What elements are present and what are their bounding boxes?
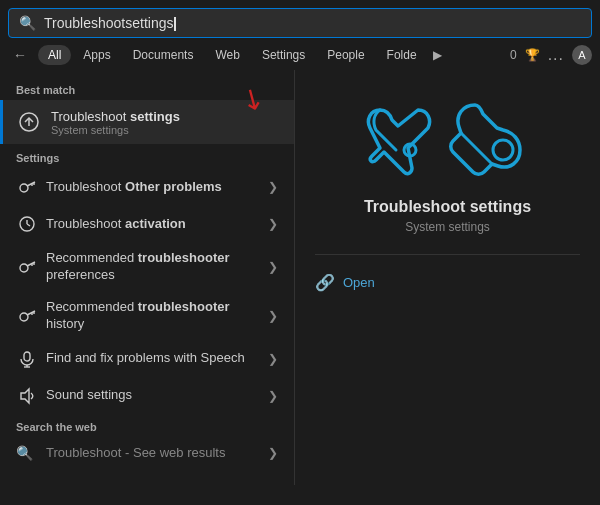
list-item-text-4: Recommended troubleshooter history bbox=[46, 299, 268, 333]
chevron-icon-3: ❯ bbox=[268, 260, 278, 274]
list-item-text-6: Sound settings bbox=[46, 387, 268, 404]
key-icon-1 bbox=[16, 176, 38, 198]
open-icon: 🔗 bbox=[315, 273, 335, 292]
right-subtitle: System settings bbox=[405, 220, 490, 234]
open-button[interactable]: 🔗 Open bbox=[315, 269, 375, 296]
nav-trophy-icon: 🏆 bbox=[525, 48, 540, 62]
key-icon-4 bbox=[16, 305, 38, 327]
right-icon-wrap bbox=[360, 100, 534, 184]
list-item-text-2: Troubleshoot activation bbox=[46, 216, 268, 233]
tab-apps[interactable]: Apps bbox=[73, 45, 120, 65]
back-button[interactable]: ← bbox=[8, 44, 32, 66]
item1-bold: Other problems bbox=[125, 179, 222, 194]
main-layout: Best match Troubleshoot settings System … bbox=[0, 70, 600, 485]
right-panel: Troubleshoot settings System settings 🔗 … bbox=[295, 70, 600, 485]
search-cursor bbox=[174, 17, 176, 31]
search-input[interactable]: Troubleshootsettings bbox=[44, 15, 581, 31]
svg-point-22 bbox=[493, 140, 513, 160]
settings-section-label: Settings bbox=[0, 146, 294, 168]
item5-prefix: Find and fix problems with Speech bbox=[46, 350, 245, 365]
svg-point-13 bbox=[20, 313, 28, 321]
list-item-speech[interactable]: Find and fix problems with Speech ❯ bbox=[4, 341, 290, 377]
web-search-icon: 🔍 bbox=[16, 445, 38, 461]
list-item-recommended-history[interactable]: Recommended troubleshooter history ❯ bbox=[4, 292, 290, 340]
list-item-recommended-pref[interactable]: Recommended troubleshooter preferences ❯ bbox=[4, 243, 290, 291]
chevron-icon-4: ❯ bbox=[268, 309, 278, 323]
item3-bold: troubleshooter bbox=[138, 250, 230, 265]
item3-suffix: preferences bbox=[46, 267, 115, 282]
clock-icon-2 bbox=[16, 213, 38, 235]
nav-right: 0 🏆 ... A bbox=[510, 45, 592, 65]
list-item-text-1: Troubleshoot Other problems bbox=[46, 179, 268, 196]
tab-settings[interactable]: Settings bbox=[252, 45, 315, 65]
web-search-item[interactable]: 🔍 Troubleshoot - See web results ❯ bbox=[4, 438, 290, 468]
best-match-subtitle: System settings bbox=[51, 124, 282, 136]
divider bbox=[315, 254, 580, 255]
search-query-prefix: Troubleshoot bbox=[44, 15, 125, 31]
web-text-suffix: - See web results bbox=[121, 445, 225, 460]
item2-prefix: Troubleshoot bbox=[46, 216, 125, 231]
list-item-troubleshoot-activation[interactable]: Troubleshoot activation ❯ bbox=[4, 206, 290, 242]
web-text-main: Troubleshoot bbox=[46, 445, 121, 460]
list-item-text-3: Recommended troubleshooter preferences bbox=[46, 250, 268, 284]
sound-icon-6 bbox=[16, 385, 38, 407]
item6-prefix: Sound settings bbox=[46, 387, 132, 402]
best-match-text: Troubleshoot settings System settings bbox=[51, 109, 282, 136]
tab-people[interactable]: People bbox=[317, 45, 374, 65]
avatar[interactable]: A bbox=[572, 45, 592, 65]
search-icon: 🔍 bbox=[19, 15, 36, 31]
tab-folders[interactable]: Folde bbox=[377, 45, 427, 65]
web-chevron-icon: ❯ bbox=[268, 446, 278, 460]
item1-prefix: Troubleshoot bbox=[46, 179, 125, 194]
nav-count: 0 bbox=[510, 48, 517, 62]
list-item-troubleshoot-other[interactable]: Troubleshoot Other problems ❯ bbox=[4, 169, 290, 205]
open-label: Open bbox=[343, 275, 375, 290]
mic-icon-5 bbox=[16, 348, 38, 370]
more-tabs-button[interactable]: ▶ bbox=[429, 45, 446, 65]
svg-point-2 bbox=[20, 184, 28, 192]
web-search-text: Troubleshoot - See web results bbox=[46, 445, 225, 460]
chevron-icon-6: ❯ bbox=[268, 389, 278, 403]
chevron-icon-1: ❯ bbox=[268, 180, 278, 194]
search-bar[interactable]: 🔍 Troubleshootsettings bbox=[8, 8, 592, 38]
search-query-suffix: settings bbox=[125, 15, 173, 31]
item3-prefix: Recommended bbox=[46, 250, 138, 265]
nav-more-button[interactable]: ... bbox=[548, 46, 564, 64]
best-match-icon bbox=[15, 108, 43, 136]
item2-bold: activation bbox=[125, 216, 186, 231]
item4-bold: troubleshooter bbox=[138, 299, 230, 314]
item4-prefix: Recommended bbox=[46, 299, 138, 314]
chevron-icon-5: ❯ bbox=[268, 352, 278, 366]
svg-marker-20 bbox=[21, 389, 29, 403]
item4-suffix: history bbox=[46, 316, 84, 331]
key-icon-3 bbox=[16, 256, 38, 278]
best-match-label: Best match bbox=[0, 78, 294, 100]
svg-rect-17 bbox=[24, 352, 30, 361]
best-match-item[interactable]: Troubleshoot settings System settings ↘ bbox=[0, 100, 294, 144]
left-panel: Best match Troubleshoot settings System … bbox=[0, 70, 295, 485]
svg-line-8 bbox=[27, 224, 30, 226]
right-title: Troubleshoot settings bbox=[364, 198, 531, 216]
best-match-title-bold: settings bbox=[130, 109, 180, 124]
svg-point-9 bbox=[20, 264, 28, 272]
chevron-icon-2: ❯ bbox=[268, 217, 278, 231]
web-section-label: Search the web bbox=[0, 415, 294, 437]
tab-all[interactable]: All bbox=[38, 45, 71, 65]
nav-tabs: ← All Apps Documents Web Settings People… bbox=[0, 38, 600, 66]
wrench-icon-main bbox=[445, 90, 535, 180]
tab-documents[interactable]: Documents bbox=[123, 45, 204, 65]
tab-web[interactable]: Web bbox=[205, 45, 249, 65]
list-item-sound[interactable]: Sound settings ❯ bbox=[4, 378, 290, 414]
wrench-icon bbox=[360, 100, 440, 180]
list-item-text-5: Find and fix problems with Speech bbox=[46, 350, 268, 367]
best-match-title-prefix: Troubleshoot bbox=[51, 109, 130, 124]
